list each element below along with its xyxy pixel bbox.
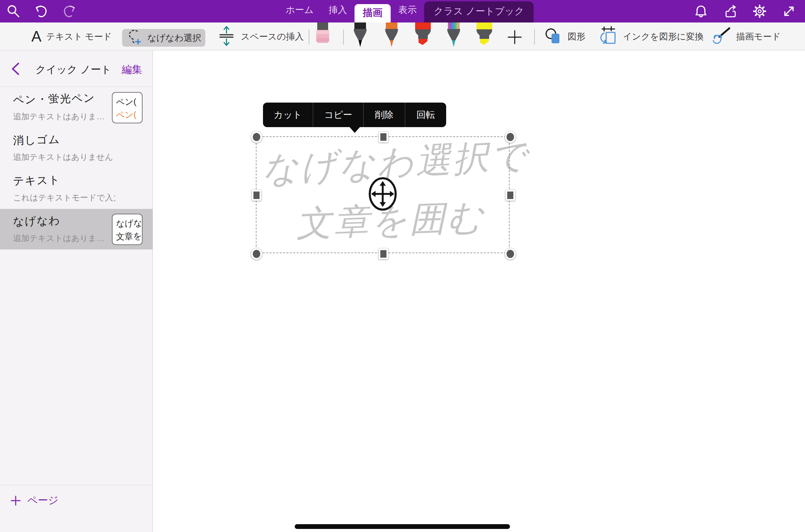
- undo-icon[interactable]: [34, 4, 48, 18]
- onenote-app: ホーム 挿入 描画 表示 クラス ノートブック: [0, 0, 805, 532]
- page-subtitle: 追加テキストはありま…: [13, 111, 115, 122]
- resize-handle-bottom-left[interactable]: [251, 248, 262, 260]
- top-app-bar: ホーム 挿入 描画 表示 クラス ノートブック: [0, 0, 805, 22]
- context-rotate-button[interactable]: 回転: [405, 103, 446, 127]
- page-ink-thumbnail: なげなわ 文章を: [112, 214, 143, 245]
- context-copy-button[interactable]: コピー: [313, 103, 363, 127]
- insert-space-button[interactable]: スペースの挿入: [217, 22, 304, 50]
- page-subtitle: 追加テキストはありません: [13, 152, 115, 163]
- resize-handle-bottom-right[interactable]: [505, 248, 516, 260]
- ribbon-tabs: ホーム 挿入 描画 表示 クラス ノートブック: [278, 1, 533, 22]
- lasso-select-label: なげなわ選択: [147, 32, 201, 44]
- resize-handle-top[interactable]: [379, 132, 388, 142]
- bell-icon[interactable]: [694, 4, 708, 18]
- resize-handle-right[interactable]: [506, 190, 515, 201]
- draw-toolbar: A テキスト モード なげなわ選択: [0, 22, 805, 50]
- home-indicator-bar[interactable]: [295, 524, 510, 529]
- resize-handle-top-right[interactable]: [505, 131, 516, 143]
- add-page-button[interactable]: ページ: [10, 493, 58, 507]
- draw-mode-hand-icon: [710, 26, 731, 47]
- settings-gear-icon[interactable]: [752, 4, 767, 18]
- eraser-tool[interactable]: [314, 22, 331, 45]
- shapes-button[interactable]: 図形: [544, 22, 585, 50]
- text-mode-a-icon: A: [31, 29, 41, 44]
- lasso-select-button[interactable]: なげなわ選択: [122, 29, 205, 47]
- notebook-section-title: クイック ノート: [35, 63, 112, 77]
- resize-handle-bottom[interactable]: [379, 248, 388, 259]
- ink-to-shape-icon: [598, 26, 618, 47]
- text-mode-label: テキスト モード: [46, 31, 112, 43]
- search-icon[interactable]: [6, 4, 20, 18]
- sidebar-footer: ページ: [0, 485, 153, 532]
- resize-handle-left[interactable]: [252, 190, 261, 201]
- note-canvas[interactable]: [153, 50, 805, 532]
- tab-class-notebook[interactable]: クラス ノートブック: [424, 1, 534, 22]
- page-ink-thumbnail: ペン( ペン(: [112, 92, 143, 123]
- toolbar-divider: [309, 29, 309, 45]
- shapes-label: 図形: [568, 31, 585, 43]
- topbar-left-icons: [6, 0, 76, 22]
- draw-mode-button[interactable]: 描画モード: [710, 22, 781, 50]
- sidebar-header: クイック ノート 編集: [0, 50, 152, 87]
- context-delete-button[interactable]: 削除: [363, 103, 405, 127]
- page-list: ペン・蛍光ペン 追加テキストはありま… ペン( ペン( 消しゴム 追加テキストは…: [0, 87, 152, 249]
- page-list-item-eraser[interactable]: 消しゴム 追加テキストはありません: [0, 128, 153, 168]
- tab-draw[interactable]: 描画: [355, 4, 391, 22]
- ink-context-menu: カット コピー 削除 回転: [263, 103, 446, 127]
- page-title: テキスト: [13, 170, 153, 189]
- fullscreen-icon[interactable]: [782, 4, 796, 18]
- orange-pen-tool[interactable]: [383, 22, 400, 49]
- back-chevron-icon[interactable]: [10, 61, 22, 76]
- tab-home[interactable]: ホーム: [278, 4, 321, 22]
- lasso-icon: [126, 28, 144, 47]
- add-page-plus-icon: [10, 495, 21, 506]
- toolbar-divider: [343, 29, 344, 45]
- page-title: 消しゴム: [13, 130, 153, 148]
- add-page-label: ページ: [27, 493, 58, 507]
- page-list-item-text[interactable]: テキスト これはテキストモードで入力し…: [0, 168, 153, 209]
- rainbow-pen-tool[interactable]: [445, 22, 462, 49]
- page-list-sidebar: クイック ノート 編集 ペン・蛍光ペン 追加テキストはありま… ペン( ペン( …: [0, 50, 153, 532]
- tab-view[interactable]: 表示: [391, 4, 424, 22]
- redo-icon[interactable]: [62, 4, 76, 18]
- yellow-highlighter-tool[interactable]: [475, 22, 493, 48]
- page-subtitle: 追加テキストはありま…: [13, 233, 115, 244]
- black-pen-tool[interactable]: [352, 22, 368, 49]
- draw-mode-label: 描画モード: [736, 31, 781, 43]
- red-highlighter-tool[interactable]: [414, 22, 432, 48]
- shapes-icon: [544, 27, 563, 46]
- page-subtitle: これはテキストモードで入力し…: [13, 192, 115, 203]
- resize-handle-top-left[interactable]: [251, 131, 262, 143]
- page-list-item-pens[interactable]: ペン・蛍光ペン 追加テキストはありま… ペン( ペン(: [0, 87, 153, 128]
- topbar-right-icons: [694, 0, 796, 22]
- move-handle-icon[interactable]: [368, 176, 398, 213]
- insert-space-label: スペースの挿入: [241, 31, 304, 43]
- context-menu-pointer: [349, 127, 360, 133]
- ink-to-shape-label: インクを図形に変換: [623, 31, 704, 43]
- context-cut-button[interactable]: カット: [263, 103, 313, 127]
- toolbar-divider: [534, 29, 535, 45]
- page-list-item-lasso[interactable]: なげなわ 追加テキストはありま… なげなわ 文章を: [0, 209, 153, 249]
- ink-to-shape-button[interactable]: インクを図形に変換: [598, 22, 704, 50]
- add-pen-button[interactable]: [507, 29, 523, 45]
- text-mode-button[interactable]: A テキスト モード: [31, 22, 112, 50]
- insert-space-icon: [217, 25, 236, 48]
- edit-button[interactable]: 編集: [122, 63, 142, 77]
- tab-insert[interactable]: 挿入: [321, 4, 355, 22]
- share-icon[interactable]: [723, 4, 737, 18]
